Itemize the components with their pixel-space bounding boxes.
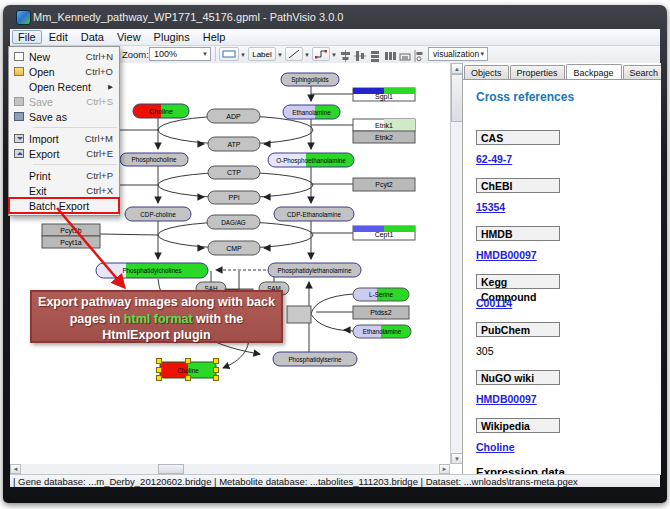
svg-text:ATP: ATP [227,141,240,148]
tab-objects[interactable]: Objects [464,65,509,79]
menu-shortcut: Ctrl+M [85,133,119,144]
svg-text:Etnk2: Etnk2 [375,134,393,141]
menu-edit[interactable]: Edit [43,30,74,44]
crossref-link[interactable]: 62-49-7 [476,153,661,165]
menu-shortcut: Ctrl+P [86,170,119,181]
node-l-serine[interactable]: L-Serine [353,288,409,301]
menu-item-save-as[interactable]: Save as [9,109,119,124]
zoom-combobox[interactable]: 100% ▼ [149,47,211,61]
label-dropdown-icon[interactable]: ▼ [277,52,283,58]
node-o-phosphoethanolamine[interactable]: O-Phosphoethanolamine [268,153,354,167]
svg-text:Sgpl1: Sgpl1 [375,93,393,101]
node-choline-top[interactable]: Choline [133,104,189,118]
svg-text:ADP: ADP [226,113,241,120]
menu-shortcut: Ctrl+N [86,51,119,62]
status-text: | Gene database: ...m_Derby_20120602.bri… [13,476,578,487]
chevron-down-icon[interactable]: ▼ [202,51,208,57]
tab-search[interactable]: Search [623,65,661,79]
node-ethanolamine-bottom[interactable]: Ethanolamine [353,325,411,338]
gene-pcyt1a[interactable]: Pcyt1a [42,236,100,248]
node-cmp[interactable]: CMP [208,241,260,255]
menu-item-export[interactable]: Export Ctrl+E [9,146,119,161]
menu-data[interactable]: Data [75,30,110,44]
gene-box-partial[interactable] [287,306,311,323]
canvas-hscrollbar: ◄ ► [10,463,450,474]
crossref-db-name: Kegg Compound [476,274,560,289]
align-middle-icon [354,50,366,62]
menu-item-new[interactable]: New Ctrl+N [9,49,119,64]
node-atp[interactable]: ATP [208,137,260,151]
label-button[interactable]: Label [248,47,276,61]
svg-text:CTP: CTP [227,169,241,176]
node-ethanolamine-top[interactable]: Ethanolamine [283,105,340,119]
crossref-link[interactable]: Choline [476,441,661,453]
menu-item-open[interactable]: Open Ctrl+O [9,64,119,79]
scroll-right-button[interactable]: ► [439,464,450,474]
datanode-dropdown-icon[interactable]: ▼ [240,52,246,58]
gene-etnk1[interactable]: Etnk1 [353,119,415,131]
menu-separator [33,164,117,165]
node-phosphatidylserine[interactable]: Phosphatidylserine [273,352,357,366]
svg-text:Pcyt1b: Pcyt1b [60,227,82,235]
crossref-link[interactable]: C00114 [476,297,661,309]
node-phosphocholine[interactable]: Phosphocholine [120,153,188,166]
chevron-down-icon[interactable]: ▼ [479,51,485,57]
node-phosphatidylethanolamine[interactable]: Phosphatidylethanolamine [268,263,361,277]
connector-dropdown-icon[interactable]: ▼ [331,52,337,58]
common-size-icon [399,50,411,62]
crossref-db-name: HMDB [476,226,560,241]
node-ctp[interactable]: CTP [208,166,260,179]
menu-item-import[interactable]: Import Ctrl+M [9,131,119,146]
menu-item-save[interactable]: Save Ctrl+S [9,94,119,109]
menu-item-batch-export[interactable]: Batch Export [9,198,119,213]
menu-plugins[interactable]: Plugins [148,30,196,44]
crossref-link[interactable]: 15354 [476,201,661,213]
svg-text:Pcyt2: Pcyt2 [375,181,393,189]
node-choline-bottom-selected[interactable]: Choline [157,359,219,381]
node-dag[interactable]: DAG/AG [207,215,260,229]
menu-item-label: Open Recent [29,81,108,93]
menu-help[interactable]: Help [197,30,232,44]
visualization-combobox[interactable]: visualization ▼ [428,47,488,61]
tab-properties[interactable]: Properties [510,65,565,79]
gene-pcyt1b[interactable]: Pcyt1b [42,224,100,236]
zoom-value: 100% [154,49,177,59]
gene-etnk2[interactable]: Etnk2 [353,131,415,143]
align-left-icon [414,50,424,62]
node-sphingolipids[interactable]: Sphingolipids [281,73,339,86]
side-panel-tabs: Objects Properties Backpage Search Legen… [464,63,661,79]
new-datanode-button[interactable] [219,47,239,61]
crossref-db-name: ChEBI [476,178,560,193]
open-folder-icon [14,67,24,76]
node-adp[interactable]: ADP [207,109,260,123]
node-cdp-choline[interactable]: CDP-choline [125,207,191,221]
line-dropdown-icon[interactable]: ▼ [304,52,310,58]
node-ppi[interactable]: PPi [208,191,260,204]
node-cdp-ethanolamine[interactable]: CDP-Ethanolamine [274,207,354,221]
connector-tool-button[interactable] [312,47,330,61]
gene-ptdss2[interactable]: Ptdss2 [353,306,409,319]
crossref-link[interactable]: HMDB00097 [476,249,661,261]
gene-pcyt2[interactable]: Pcyt2 [353,178,415,191]
line-tool-button[interactable] [285,47,303,61]
tab-backpage[interactable]: Backpage [566,64,622,80]
crossref-section-nugo: NuGO wiki HMDB00097 [476,370,661,405]
backpage-content: Cross references CAS 62-49-7 ChEBI 15354… [463,80,661,475]
gene-cept1[interactable]: Cept1 [353,226,415,240]
menu-item-exit[interactable]: Exit Ctrl+X [9,183,119,198]
menu-view[interactable]: View [111,30,147,44]
svg-text:Phosphatidylcholines: Phosphatidylcholines [122,267,181,275]
crossref-section-chebi: ChEBI 15354 [476,178,661,213]
svg-text:Ethanolamine: Ethanolamine [363,328,402,335]
gene-sgpl1[interactable]: Sgpl1 [353,88,415,101]
hscroll-thumb[interactable] [158,464,184,474]
menu-item-open-recent[interactable]: Open Recent ▶ [9,79,119,94]
node-phosphatidylcholines[interactable]: Phosphatidylcholines [96,263,208,278]
scroll-left-button[interactable]: ◄ [10,464,21,474]
menu-file[interactable]: File [12,30,42,44]
save-icon [14,97,24,106]
svg-text:CMP: CMP [226,245,242,252]
menu-item-print[interactable]: Print Ctrl+P [9,168,119,183]
pathvisio-logo-icon [16,10,31,25]
crossref-link[interactable]: HMDB00097 [476,393,661,405]
